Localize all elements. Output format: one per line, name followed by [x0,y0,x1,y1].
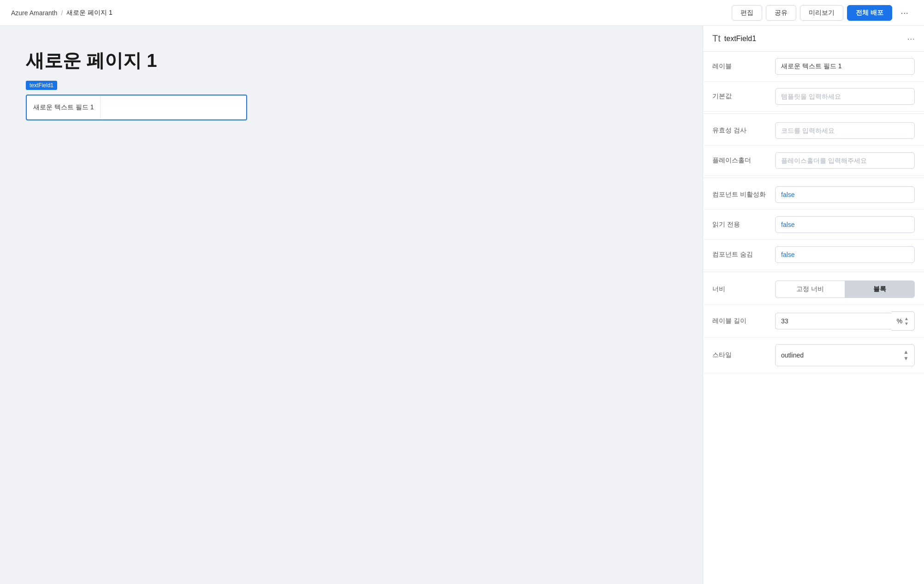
width-fixed-option[interactable]: 고정 너비 [775,280,845,298]
field-badge[interactable]: textField1 [26,81,57,90]
hidden-value[interactable]: false [775,246,915,263]
label-length-unit: % ▲ ▼ [891,311,915,331]
prop-label-disabled: 컴포넌트 비활성화 [712,191,768,199]
prop-row-disabled: 컴포넌트 비활성화 false [703,180,924,210]
placeholder-input[interactable] [775,152,915,169]
prop-row-label: 레이블 [703,52,924,82]
panel-header: Tt textField1 ··· [703,26,924,52]
right-panel: Tt textField1 ··· 레이블 기본값 유효성 검사 [703,26,924,584]
main-layout: 새로운 페이지 1 textField1 새로운 텍스트 필드 1 Tt tex… [0,26,924,584]
panel-header-left: Tt textField1 [712,33,756,44]
prop-value-placeholder [775,152,915,169]
default-value-input[interactable] [775,88,915,105]
unit-stepper[interactable]: ▲ ▼ [904,316,909,326]
style-select[interactable]: outlined ▲ ▼ [775,344,915,366]
prop-row-placeholder: 플레이스홀더 [703,146,924,176]
page-name: 새로운 페이지 1 [66,9,113,17]
prop-label-label: 레이블 [712,62,768,71]
prop-value-hidden: false [775,246,915,263]
breadcrumb-separator: / [61,9,63,17]
edit-button[interactable]: 편집 [732,5,762,21]
more-nav-button[interactable]: ··· [896,5,913,21]
divider-1 [703,113,924,114]
style-stepper[interactable]: ▲ ▼ [903,349,909,362]
deploy-button[interactable]: 전체 배포 [847,5,892,21]
readonly-value[interactable]: false [775,216,915,233]
prop-value-validation [775,122,915,139]
prop-label-label-length: 레이블 길이 [712,317,768,325]
prop-row-default: 기본값 [703,82,924,112]
prop-label-placeholder: 플레이스홀더 [712,156,768,165]
divider-2 [703,178,924,178]
prop-label-width: 너비 [712,285,768,293]
disabled-value[interactable]: false [775,186,915,203]
app-name: Azure Amaranth [11,9,57,17]
nav-actions: 편집 공유 미리보기 전체 배포 ··· [732,5,913,21]
prop-row-readonly: 읽기 전용 false [703,210,924,240]
canvas-area: 새로운 페이지 1 textField1 새로운 텍스트 필드 1 [0,26,703,584]
text-field-input[interactable] [101,95,246,119]
page-title: 새로운 페이지 1 [26,48,677,73]
prop-value-disabled: false [775,186,915,203]
text-field-component: 새로운 텍스트 필드 1 [26,95,247,120]
prop-label-default: 기본값 [712,92,768,101]
text-field-label: 새로운 텍스트 필드 1 [27,95,101,119]
width-toggle: 고정 너비 블록 [775,280,915,298]
unit-label: % [897,317,902,325]
divider-3 [703,272,924,272]
prop-row-style: 스타일 outlined ▲ ▼ [703,338,924,373]
prop-label-readonly: 읽기 전용 [712,220,768,229]
top-nav: Azure Amaranth / 새로운 페이지 1 편집 공유 미리보기 전체… [0,0,924,26]
share-button[interactable]: 공유 [766,5,796,21]
textfield-icon: Tt [712,33,721,44]
prop-value-label-length: % ▲ ▼ [775,311,915,331]
validation-input[interactable] [775,122,915,139]
breadcrumb: Azure Amaranth / 새로운 페이지 1 [11,9,113,17]
panel-title: textField1 [724,35,756,43]
prop-value-label [775,58,915,75]
prop-row-validation: 유효성 검사 [703,116,924,146]
prop-value-readonly: false [775,216,915,233]
width-block-option[interactable]: 블록 [845,280,915,298]
prop-value-width: 고정 너비 블록 [775,280,915,298]
prop-label-hidden: 컴포넌트 숨김 [712,250,768,259]
label-length-input[interactable] [775,313,891,329]
prop-value-style: outlined ▲ ▼ [775,344,915,366]
style-value: outlined [781,352,804,359]
prop-row-width: 너비 고정 너비 블록 [703,274,924,305]
prop-label-validation: 유효성 검사 [712,126,768,135]
label-input[interactable] [775,58,915,75]
panel-more-button[interactable]: ··· [907,33,915,44]
prop-value-default [775,88,915,105]
prop-row-label-length: 레이블 길이 % ▲ ▼ [703,305,924,338]
prop-row-hidden: 컴포넌트 숨김 false [703,240,924,270]
prop-label-style: 스타일 [712,351,768,359]
preview-button[interactable]: 미리보기 [800,5,843,21]
